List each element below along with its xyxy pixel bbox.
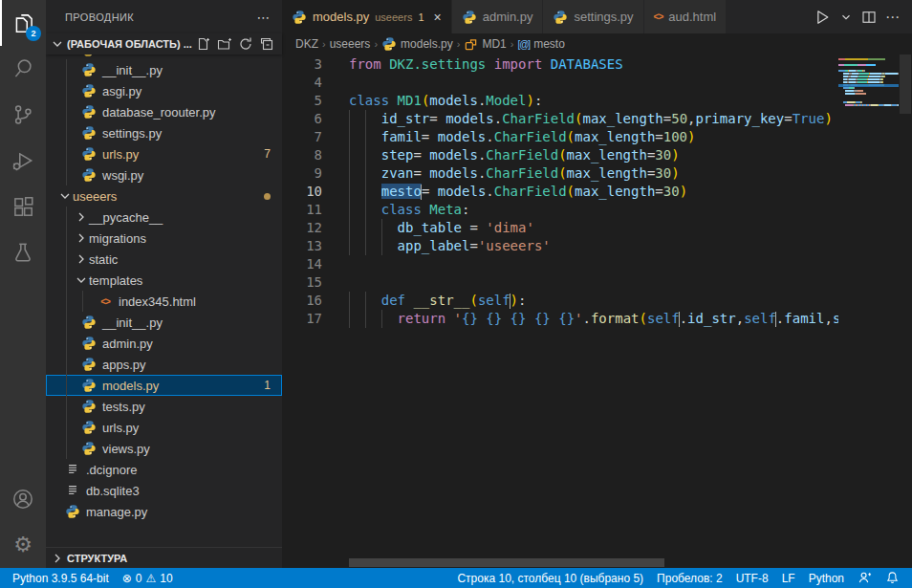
tree-file-db-sqlite3[interactable]: db.sqlite3 xyxy=(46,480,282,501)
code-line-16[interactable]: 16 def __str__(self): xyxy=(282,292,838,310)
tree-file-wsgi-py[interactable]: wsgi.py xyxy=(46,164,282,185)
python-icon xyxy=(381,36,397,52)
tab-models-py[interactable]: models.pyuseeers1× xyxy=(282,0,452,33)
source-control-view-button[interactable] xyxy=(0,92,46,138)
code-editor[interactable]: 3from DKZ.settings import DATABASES45cla… xyxy=(282,54,912,568)
breadcrumb-item-mesto[interactable]: [@]mesto xyxy=(517,37,564,51)
line-number: 5 xyxy=(282,92,322,110)
settings-button[interactable]: ⚙ xyxy=(0,522,46,568)
status-label: Пробелов: 2 xyxy=(657,572,723,585)
status-label: Строка 10, столбец 10 (выбрано 5) xyxy=(457,572,643,585)
file-icon xyxy=(66,463,79,476)
tree-file-asgi-py[interactable]: asgi.py xyxy=(46,80,282,101)
tree-file-index345-html[interactable]: <>index345.html xyxy=(46,291,282,312)
status-python-version[interactable]: Python 3.9.5 64-bit xyxy=(8,568,114,588)
status-notifications[interactable] xyxy=(880,568,904,588)
run-dropdown-chevron-icon[interactable] xyxy=(837,9,855,26)
breadcrumb-item-dkz[interactable]: DKZ xyxy=(295,37,318,51)
breadcrumb-item-md1[interactable]: MD1 xyxy=(464,37,506,52)
tree-file-manage-py[interactable]: manage.py xyxy=(46,501,282,522)
account-button[interactable] xyxy=(0,476,46,522)
run-and-debug-view-button[interactable] xyxy=(0,138,46,184)
new-folder-button[interactable] xyxy=(217,36,232,52)
code-line-14[interactable]: 14 xyxy=(282,255,838,273)
code-line-5[interactable]: 5class MD1(models.Model): xyxy=(282,92,838,110)
collapse-all-icon[interactable] xyxy=(259,36,274,52)
horizontal-scrollbar[interactable] xyxy=(349,558,664,567)
refresh-icon[interactable] xyxy=(238,36,253,52)
tree-file-models-py[interactable]: models.py1 xyxy=(46,375,282,396)
tree-folder--pycache-[interactable]: __pycache__ xyxy=(46,207,282,228)
code-line-11[interactable]: 11 class Meta: xyxy=(282,201,838,219)
code-line-4[interactable]: 4 xyxy=(282,74,838,92)
tree-file-apps-py[interactable]: apps.py xyxy=(46,354,282,375)
tree-item-label: asgi.py xyxy=(102,84,141,98)
more-actions-icon[interactable]: ⋯ xyxy=(883,7,902,28)
breadcrumb-item-models-py[interactable]: models.py xyxy=(381,36,453,52)
vertical-scrollbar[interactable] xyxy=(899,54,912,568)
outline-section-header[interactable]: СТРУКТУРА xyxy=(46,547,282,568)
tab-admin-py[interactable]: admin.py xyxy=(452,0,544,33)
field-symbol-icon: [@] xyxy=(517,39,530,50)
scrollbar-slider[interactable] xyxy=(900,54,911,114)
run-python-file-button[interactable] xyxy=(811,6,834,29)
tree-file-tests-py[interactable]: tests.py xyxy=(46,396,282,417)
explorer-more-actions-icon[interactable]: ⋯ xyxy=(257,10,271,25)
tab-problems-badge: 1 xyxy=(418,11,423,23)
close-icon[interactable]: × xyxy=(434,10,442,25)
code-line-15[interactable]: 15 xyxy=(282,273,838,292)
tree-item-label: __init__.py xyxy=(102,63,163,77)
code-line-3[interactable]: 3from DKZ.settings import DATABASES xyxy=(282,55,838,74)
code-line-7[interactable]: 7 famil= models.CharField(max_length=100… xyxy=(282,128,838,146)
split-editor-button[interactable] xyxy=(858,7,879,28)
tree-folder-migrations[interactable]: migrations xyxy=(46,228,282,249)
status-eol[interactable]: LF xyxy=(777,568,800,588)
code-line-9[interactable]: 9 zvan= models.CharField(max_length=30) xyxy=(282,164,838,183)
status-feedback[interactable] xyxy=(853,568,877,588)
tree-folder-templates[interactable]: templates xyxy=(46,270,282,291)
tree-item-label: admin.py xyxy=(102,337,153,351)
tree-file-urls-py[interactable]: urls.py xyxy=(46,417,282,438)
tree-file-database-roouter-py[interactable]: database_roouter.py xyxy=(46,101,282,122)
code-line-10[interactable]: 10 mesto= models.CharField(max_length=30… xyxy=(282,183,838,201)
explorer-view-button[interactable]: 2 xyxy=(0,0,46,46)
python-icon xyxy=(81,378,97,393)
status-language-mode[interactable]: Python xyxy=(804,568,849,588)
tree-folder-useeers[interactable]: useeers xyxy=(46,185,282,207)
tree-file-urls-py[interactable]: urls.py7 xyxy=(46,143,282,164)
tree-file--init-py[interactable]: __init__.py xyxy=(46,312,282,333)
new-file-button[interactable] xyxy=(196,36,211,52)
python-icon xyxy=(81,62,97,77)
breadcrumb-item-useeers[interactable]: useeers xyxy=(330,37,371,51)
extensions-view-button[interactable] xyxy=(0,184,46,229)
code-line-12[interactable]: 12 db_table = 'dima' xyxy=(282,219,838,237)
python-icon xyxy=(81,420,97,435)
tree-file-admin-py[interactable]: admin.py xyxy=(46,333,282,354)
line-number: 15 xyxy=(282,273,322,292)
status-problems[interactable]: ⊗0⚠10 xyxy=(118,568,178,588)
tree-item-label: index345.html xyxy=(119,294,196,309)
tree-file--init-py[interactable]: __init__.py xyxy=(46,59,282,80)
workspace-section-header[interactable]: (РАБОЧАЯ ОБЛАСТЬ) ... xyxy=(46,33,282,54)
search-view-button[interactable] xyxy=(0,46,46,92)
code-line-13[interactable]: 13 app_label='useeers' xyxy=(282,237,838,255)
status-encoding[interactable]: UTF-8 xyxy=(731,568,773,588)
status-label: Python xyxy=(809,572,844,585)
tree-file--dcignore[interactable]: .dcignore xyxy=(46,459,282,480)
tab-aud-html[interactable]: <>aud.html xyxy=(644,0,727,33)
chevron-right-icon xyxy=(74,251,89,267)
minimap[interactable] xyxy=(838,54,899,568)
status-cursor-position[interactable]: Строка 10, столбец 10 (выбрано 5) xyxy=(452,568,648,588)
python-icon xyxy=(81,167,97,183)
testing-view-button[interactable] xyxy=(0,229,46,275)
code-line-8[interactable]: 8 step= models.CharField(max_length=30) xyxy=(282,146,838,164)
code-line-6[interactable]: 6 id_str= models.CharField(max_length=50… xyxy=(282,110,838,128)
tree-folder-static[interactable]: static xyxy=(46,249,282,270)
tab-settings-py[interactable]: settings.py xyxy=(543,0,643,33)
python-icon xyxy=(462,10,477,25)
tree-file-settings-py[interactable]: settings.py xyxy=(46,122,282,143)
code-line-17[interactable]: 17 return '{} {} {} {} {}'.format(self.i… xyxy=(282,310,838,328)
line-number: 14 xyxy=(282,255,322,273)
tree-file-views-py[interactable]: views.py xyxy=(46,438,282,459)
status-indentation[interactable]: Пробелов: 2 xyxy=(652,568,727,588)
